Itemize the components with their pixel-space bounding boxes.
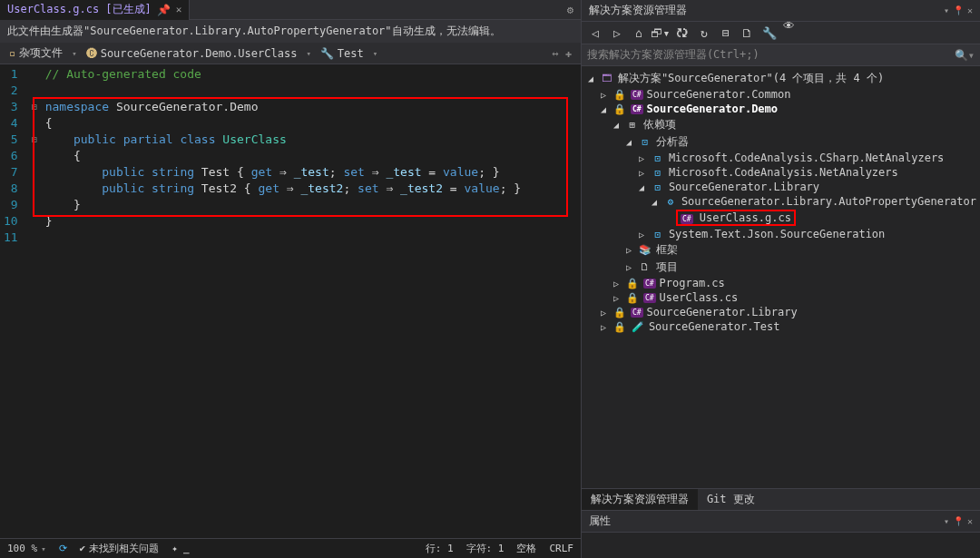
solution-tree[interactable]: ◢🗔解决方案"SourceGenerator"(4 个项目，共 4 个) ▷🔒C…: [582, 66, 980, 488]
misc-icon: ▫: [9, 47, 15, 60]
gear-icon[interactable]: ⚙: [567, 4, 581, 16]
status-bar: 100 % ▾ ⟳ ✔ 未找到相关问题 ✦ ⎯ 行: 1 字符: 1 空格 CR…: [0, 538, 581, 558]
close-icon[interactable]: ✕: [176, 4, 182, 15]
dependencies-node[interactable]: ◢⊞依赖项: [582, 116, 980, 133]
frameworks-node[interactable]: ▷📚框架: [582, 241, 980, 259]
solution-root[interactable]: ◢🗔解决方案"SourceGenerator"(4 个项目，共 4 个): [582, 70, 980, 87]
collapse-icon[interactable]: ⊟: [718, 24, 734, 41]
dropdown-icon[interactable]: ▾: [944, 516, 949, 526]
home-icon[interactable]: ⌂: [631, 24, 647, 41]
forward-icon[interactable]: ▷: [609, 24, 625, 41]
chevron-down-icon[interactable]: ▾: [72, 49, 76, 58]
panel-title: 解决方案资源管理器: [589, 3, 687, 18]
zoom-level[interactable]: 100 % ▾: [7, 543, 46, 554]
preview-icon[interactable]: 👁⎯: [783, 24, 799, 41]
breadcrumb-class[interactable]: 🅒 SourceGenerator.Demo.UserClass: [81, 47, 303, 60]
indent-indicator[interactable]: 空格: [516, 542, 536, 555]
search-input[interactable]: 搜索解决方案资源管理器(Ctrl+;) 🔍▾: [582, 44, 980, 66]
file-userclass[interactable]: ▷🔒C#UserClass.cs: [582, 290, 980, 305]
panel-tabs: 解决方案资源管理器 Git 更改: [582, 488, 980, 510]
property-icon: 🔧: [320, 47, 334, 60]
generator-node[interactable]: ◢⚙SourceGenerator.Library.AutoPropertyGe…: [582, 194, 980, 209]
analyzer-sg-library[interactable]: ◢⊡SourceGenerator.Library: [582, 180, 980, 194]
code-editor[interactable]: 123 456 789 1011 ⊟⊟ // Auto-generated co…: [0, 64, 581, 538]
pin-icon[interactable]: 📍: [953, 5, 964, 15]
refresh-icon[interactable]: ↻: [696, 24, 712, 41]
chevron-down-icon[interactable]: ▾: [306, 49, 310, 58]
split-editor-icon[interactable]: ↔ ✚: [552, 47, 577, 60]
tab-title: UserClass.g.cs [已生成]: [7, 2, 152, 17]
eol-indicator[interactable]: CRLF: [549, 543, 573, 554]
editor-tab-bar: UserClass.g.cs [已生成] 📌 ✕ ⚙: [0, 0, 581, 20]
sync-icon[interactable]: 🗘: [674, 24, 691, 41]
breadcrumb-member[interactable]: 🔧 Test: [315, 47, 369, 60]
generated-file-notice: 此文件由生成器"SourceGenerator.Library.AutoProp…: [0, 20, 581, 43]
project-demo[interactable]: ◢🔒C#SourceGenerator.Demo: [582, 102, 980, 116]
properties-header: 属性 ▾ 📍 ✕: [582, 511, 980, 533]
project-library[interactable]: ▷🔒C#SourceGenerator.Library: [582, 305, 980, 319]
panel-title: 属性: [589, 514, 611, 529]
switch-icon[interactable]: 🗗▾: [652, 24, 669, 41]
dropdown-icon[interactable]: ▾: [944, 5, 949, 15]
no-issues[interactable]: ✔ 未找到相关问题: [80, 542, 160, 555]
analyzer-item[interactable]: ▷⊡Microsoft.CodeAnalysis.NetAnalyzers: [582, 165, 980, 180]
close-icon[interactable]: ✕: [967, 5, 973, 15]
class-icon: 🅒: [86, 47, 97, 60]
show-all-icon[interactable]: 🗋: [740, 24, 756, 41]
back-icon[interactable]: ◁: [587, 24, 603, 41]
solution-toolbar: ◁ ▷ ⌂ 🗗▾ 🗘 ↻ ⊟ 🗋 🔧 👁⎯: [582, 22, 980, 44]
analyzer-item[interactable]: ▷⊡System.Text.Json.SourceGeneration: [582, 227, 980, 241]
char-indicator[interactable]: 字符: 1: [466, 542, 505, 555]
breadcrumb-project[interactable]: ▫ 杂项文件: [4, 45, 68, 61]
fold-gutter[interactable]: ⊟⊟: [27, 64, 42, 538]
chevron-down-icon[interactable]: ▾: [373, 49, 377, 58]
generated-file-userclass[interactable]: C# UserClass.g.cs: [582, 209, 980, 227]
projects-node[interactable]: ▷🗋项目: [582, 259, 980, 276]
project-test[interactable]: ▷🔒🧪SourceGenerator.Test: [582, 319, 980, 334]
search-icon: 🔍▾: [955, 49, 975, 62]
file-program[interactable]: ▷🔒C#Program.cs: [582, 276, 980, 290]
code-content[interactable]: // Auto-generated code namespace SourceG…: [42, 64, 581, 538]
breadcrumb: ▫ 杂项文件 ▾ 🅒 SourceGenerator.Demo.UserClas…: [0, 43, 581, 64]
properties-body: [582, 533, 980, 558]
analyzer-item[interactable]: ▷⊡Microsoft.CodeAnalysis.CSharp.NetAnaly…: [582, 151, 980, 165]
properties-icon[interactable]: 🔧: [761, 24, 778, 41]
tab-solution-explorer[interactable]: 解决方案资源管理器: [582, 489, 698, 510]
project-common[interactable]: ▷🔒C#SourceGenerator.Common: [582, 87, 980, 102]
error-indicator[interactable]: ✦ ⎯: [172, 543, 190, 554]
solution-explorer-header: 解决方案资源管理器 ▾ 📍 ✕: [582, 0, 980, 22]
tab-git-changes[interactable]: Git 更改: [698, 489, 764, 510]
close-icon[interactable]: ✕: [967, 516, 973, 526]
pin-icon[interactable]: 📍: [953, 516, 964, 526]
sync-icon[interactable]: ⟳: [59, 543, 67, 554]
file-tab[interactable]: UserClass.g.cs [已生成] 📌 ✕: [0, 0, 190, 20]
line-numbers: 123 456 789 1011: [0, 64, 27, 538]
pin-icon[interactable]: 📌: [157, 4, 171, 16]
analyzers-node[interactable]: ◢⊡分析器: [582, 133, 980, 151]
line-indicator[interactable]: 行: 1: [426, 542, 454, 555]
